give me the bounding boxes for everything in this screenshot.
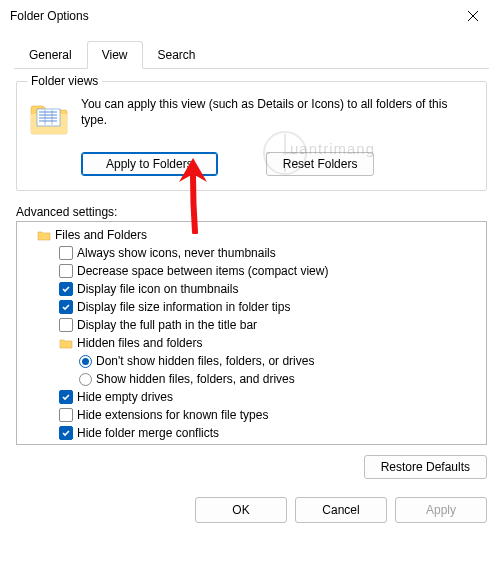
- checkbox-icon[interactable]: [59, 264, 73, 278]
- checkbox-icon[interactable]: [59, 426, 73, 440]
- tree-item[interactable]: Hide extensions for known file types: [17, 406, 486, 424]
- folder-icon: [37, 229, 51, 241]
- restore-defaults-button[interactable]: Restore Defaults: [364, 455, 487, 479]
- ok-button[interactable]: OK: [195, 497, 287, 523]
- tree-item[interactable]: Hide folder merge conflicts: [17, 424, 486, 442]
- folder-views-icon: [29, 100, 69, 136]
- folder-views-description: You can apply this view (such as Details…: [81, 96, 474, 128]
- tree-item-label: Display the full path in the title bar: [77, 316, 257, 334]
- tree-item[interactable]: Display file icon on thumbnails: [17, 280, 486, 298]
- tree-item-label: Hide empty drives: [77, 388, 173, 406]
- tree-item[interactable]: Don't show hidden files, folders, or dri…: [17, 352, 486, 370]
- tree-group-label: Hidden files and folders: [77, 334, 202, 352]
- apply-button[interactable]: Apply: [395, 497, 487, 523]
- radio-icon[interactable]: [79, 355, 92, 368]
- folder-icon: [59, 337, 73, 349]
- tree-item[interactable]: Decrease space between items (compact vi…: [17, 262, 486, 280]
- tree-item[interactable]: Display the full path in the title bar: [17, 316, 486, 334]
- folder-views-group: Folder views You can apply this view (su…: [16, 81, 487, 191]
- advanced-settings-label: Advanced settings:: [16, 205, 487, 219]
- folder-views-legend: Folder views: [27, 74, 102, 88]
- tree-item[interactable]: Show hidden files, folders, and drives: [17, 370, 486, 388]
- tree-item-label: Show hidden files, folders, and drives: [96, 370, 295, 388]
- checkbox-icon[interactable]: [59, 282, 73, 296]
- tree-item[interactable]: Display file size information in folder …: [17, 298, 486, 316]
- tree-group-label: Files and Folders: [55, 226, 147, 244]
- tab-search[interactable]: Search: [143, 41, 211, 69]
- tree-item-label: Always show icons, never thumbnails: [77, 244, 276, 262]
- tree-item[interactable]: Always show icons, never thumbnails: [17, 244, 486, 262]
- checkbox-icon[interactable]: [59, 390, 73, 404]
- close-icon: [467, 10, 479, 22]
- tab-view[interactable]: View: [87, 41, 143, 69]
- tree-item-label: Hide folder merge conflicts: [77, 424, 219, 442]
- titlebar: Folder Options: [0, 0, 503, 32]
- tree-item-label: Decrease space between items (compact vi…: [77, 262, 328, 280]
- view-pane: Folder views You can apply this view (su…: [0, 69, 503, 445]
- tree-item-label: Hide extensions for known file types: [77, 406, 268, 424]
- tree-group-files-folders: Files and Folders: [17, 226, 486, 244]
- tab-strip: General View Search: [14, 40, 489, 69]
- tree-item[interactable]: Hide empty drives: [17, 388, 486, 406]
- advanced-settings-tree[interactable]: Files and Folders Always show icons, nev…: [16, 221, 487, 445]
- reset-folders-button[interactable]: Reset Folders: [266, 152, 375, 176]
- window-title: Folder Options: [10, 9, 89, 23]
- tab-general[interactable]: General: [14, 41, 87, 69]
- dialog-footer: OK Cancel Apply: [0, 479, 503, 531]
- tree-item-label: Don't show hidden files, folders, or dri…: [96, 352, 314, 370]
- tree-group-hidden-files: Hidden files and folders: [17, 334, 486, 352]
- checkbox-icon[interactable]: [59, 408, 73, 422]
- close-button[interactable]: [453, 2, 493, 30]
- cancel-button[interactable]: Cancel: [295, 497, 387, 523]
- tree-item-label: Display file size information in folder …: [77, 298, 290, 316]
- apply-to-folders-button[interactable]: Apply to Folders: [81, 152, 218, 176]
- checkbox-icon[interactable]: [59, 318, 73, 332]
- checkbox-icon[interactable]: [59, 300, 73, 314]
- tree-item-label: Display file icon on thumbnails: [77, 280, 238, 298]
- radio-icon[interactable]: [79, 373, 92, 386]
- checkbox-icon[interactable]: [59, 246, 73, 260]
